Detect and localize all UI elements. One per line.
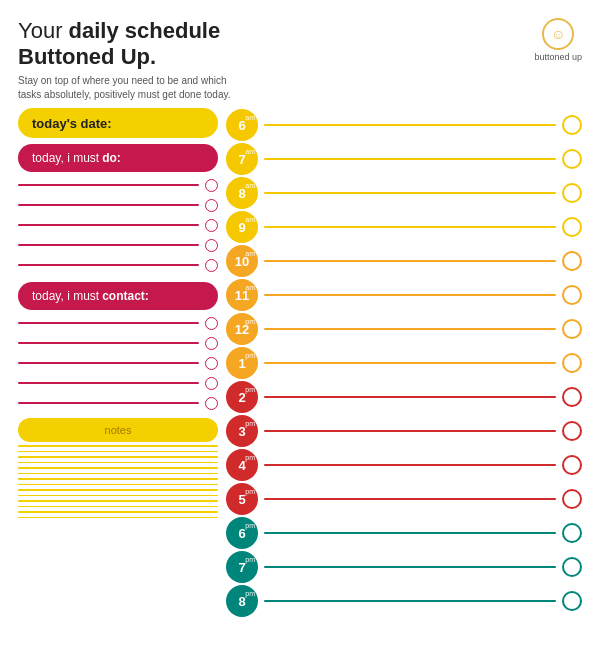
time-bubble: 7pm (226, 551, 258, 583)
time-bubble: 4pm (226, 449, 258, 481)
time-line (264, 396, 556, 398)
left-panel: today's date: today, i must do: today, i… (18, 108, 218, 638)
time-line (264, 362, 556, 364)
must-do-bold: do: (102, 151, 121, 165)
note-line (18, 451, 218, 453)
task-bar (18, 244, 199, 246)
time-line (264, 192, 556, 194)
time-row: 8pm (226, 584, 582, 618)
task-checkbox[interactable] (205, 377, 218, 390)
time-row: 9am (226, 210, 582, 244)
time-circle[interactable] (562, 455, 582, 475)
time-line (264, 328, 556, 330)
header: Your daily schedule Buttoned Up. Stay on… (18, 18, 582, 102)
task-line (18, 256, 218, 274)
task-bar (18, 322, 199, 324)
time-bubble: 6pm (226, 517, 258, 549)
time-circle[interactable] (562, 285, 582, 305)
time-bubble: 6am (226, 109, 258, 141)
time-bubble: 1pm (226, 347, 258, 379)
logo-text: buttoned up (534, 52, 582, 62)
time-bubble: 8pm (226, 585, 258, 617)
must-contact-bold: contact: (102, 289, 149, 303)
time-row: 7am (226, 142, 582, 176)
note-line (18, 456, 218, 458)
time-row: 10am (226, 244, 582, 278)
time-circle[interactable] (562, 115, 582, 135)
task-checkbox[interactable] (205, 397, 218, 410)
note-line (18, 506, 218, 508)
note-line (18, 462, 218, 464)
contact-task-lines (18, 314, 218, 412)
task-line (18, 216, 218, 234)
time-circle[interactable] (562, 489, 582, 509)
task-line (18, 314, 218, 332)
time-bubble: 5pm (226, 483, 258, 515)
date-bar: today's date: (18, 108, 218, 138)
task-bar (18, 184, 199, 186)
time-circle[interactable] (562, 557, 582, 577)
notes-section: notes (18, 418, 218, 638)
task-line (18, 354, 218, 372)
task-checkbox[interactable] (205, 179, 218, 192)
time-line (264, 294, 556, 296)
task-checkbox[interactable] (205, 259, 218, 272)
note-line (18, 511, 218, 513)
task-bar (18, 342, 199, 344)
task-checkbox[interactable] (205, 317, 218, 330)
note-line (18, 500, 218, 502)
time-line (264, 124, 556, 126)
time-circle[interactable] (562, 387, 582, 407)
note-line (18, 517, 218, 519)
task-checkbox[interactable] (205, 199, 218, 212)
time-circle[interactable] (562, 217, 582, 237)
must-contact-label: today, i must contact: (18, 282, 218, 310)
note-line (18, 489, 218, 491)
task-bar (18, 362, 199, 364)
note-line (18, 495, 218, 497)
time-row: 11am (226, 278, 582, 312)
time-bubble: 12pm (226, 313, 258, 345)
title-bold: daily schedule (69, 18, 221, 43)
time-circle[interactable] (562, 353, 582, 373)
time-circle[interactable] (562, 251, 582, 271)
right-panel: 6am7am8am9am10am11am12pm1pm2pm3pm4pm5pm6… (226, 108, 582, 638)
time-circle[interactable] (562, 523, 582, 543)
task-bar (18, 264, 199, 266)
note-line (18, 473, 218, 475)
task-checkbox[interactable] (205, 239, 218, 252)
time-row: 6am (226, 108, 582, 142)
time-row: 2pm (226, 380, 582, 414)
time-row: 1pm (226, 346, 582, 380)
time-line (264, 158, 556, 160)
page: Your daily schedule Buttoned Up. Stay on… (0, 0, 600, 648)
title-line1: Your daily schedule (18, 18, 238, 44)
time-circle[interactable] (562, 421, 582, 441)
time-line (264, 260, 556, 262)
notes-lines (18, 445, 218, 638)
time-line (264, 226, 556, 228)
time-row: 7pm (226, 550, 582, 584)
task-checkbox[interactable] (205, 357, 218, 370)
logo-block: ☺ buttoned up (534, 18, 582, 62)
time-row: 12pm (226, 312, 582, 346)
task-checkbox[interactable] (205, 219, 218, 232)
title-your: Your (18, 18, 69, 43)
subtitle: Stay on top of where you need to be and … (18, 74, 238, 102)
main-content: today's date: today, i must do: today, i… (18, 108, 582, 638)
time-circle[interactable] (562, 149, 582, 169)
note-line (18, 478, 218, 480)
task-checkbox[interactable] (205, 337, 218, 350)
note-line (18, 467, 218, 469)
time-circle[interactable] (562, 319, 582, 339)
time-row: 8am (226, 176, 582, 210)
time-circle[interactable] (562, 591, 582, 611)
time-line (264, 498, 556, 500)
time-row: 5pm (226, 482, 582, 516)
time-row: 3pm (226, 414, 582, 448)
task-bar (18, 204, 199, 206)
time-line (264, 430, 556, 432)
task-bar (18, 382, 199, 384)
time-circle[interactable] (562, 183, 582, 203)
note-line (18, 484, 218, 486)
